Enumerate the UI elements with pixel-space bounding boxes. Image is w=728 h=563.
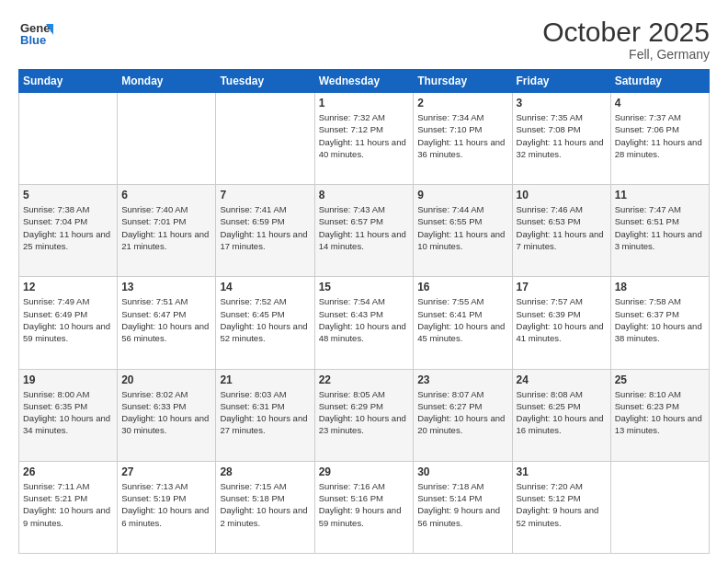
calendar-cell: 17Sunrise: 7:57 AM Sunset: 6:39 PM Dayli… xyxy=(512,277,610,369)
day-info: Sunrise: 7:54 AM Sunset: 6:43 PM Dayligh… xyxy=(319,295,410,344)
calendar-cell: 28Sunrise: 7:15 AM Sunset: 5:18 PM Dayli… xyxy=(216,461,314,553)
calendar-cell: 18Sunrise: 7:58 AM Sunset: 6:37 PM Dayli… xyxy=(610,277,709,369)
calendar-cell: 14Sunrise: 7:52 AM Sunset: 6:45 PM Dayli… xyxy=(216,277,314,369)
logo: General Blue xyxy=(18,17,53,52)
day-number: 26 xyxy=(23,465,113,478)
title-block: October 2025 Fell, Germany xyxy=(542,17,710,62)
day-info: Sunrise: 7:44 AM Sunset: 6:55 PM Dayligh… xyxy=(417,203,507,252)
logo-icon: General Blue xyxy=(18,17,53,52)
calendar-week-row: 5Sunrise: 7:38 AM Sunset: 7:04 PM Daylig… xyxy=(19,185,710,277)
calendar-cell xyxy=(19,93,118,185)
calendar-week-row: 26Sunrise: 7:11 AM Sunset: 5:21 PM Dayli… xyxy=(19,461,710,553)
day-info: Sunrise: 7:55 AM Sunset: 6:41 PM Dayligh… xyxy=(417,295,507,344)
day-number: 1 xyxy=(319,97,410,109)
calendar-cell: 24Sunrise: 8:08 AM Sunset: 6:25 PM Dayli… xyxy=(512,369,610,461)
day-number: 6 xyxy=(121,189,211,201)
day-info: Sunrise: 7:15 AM Sunset: 5:18 PM Dayligh… xyxy=(220,480,310,529)
day-info: Sunrise: 7:43 AM Sunset: 6:57 PM Dayligh… xyxy=(319,203,410,252)
day-number: 12 xyxy=(23,281,113,293)
day-number: 15 xyxy=(319,281,410,293)
calendar-cell: 16Sunrise: 7:55 AM Sunset: 6:41 PM Dayli… xyxy=(414,277,512,369)
calendar-week-row: 12Sunrise: 7:49 AM Sunset: 6:49 PM Dayli… xyxy=(19,277,710,369)
day-number: 7 xyxy=(220,189,310,201)
calendar-week-row: 19Sunrise: 8:00 AM Sunset: 6:35 PM Dayli… xyxy=(19,369,710,461)
calendar-cell: 29Sunrise: 7:16 AM Sunset: 5:16 PM Dayli… xyxy=(314,461,414,553)
day-info: Sunrise: 8:10 AM Sunset: 6:23 PM Dayligh… xyxy=(615,388,705,437)
day-info: Sunrise: 7:37 AM Sunset: 7:06 PM Dayligh… xyxy=(615,111,705,160)
day-number: 24 xyxy=(517,373,607,386)
day-number: 30 xyxy=(417,465,507,478)
calendar-cell: 31Sunrise: 7:20 AM Sunset: 5:12 PM Dayli… xyxy=(512,461,610,553)
day-number: 9 xyxy=(417,189,507,201)
day-number: 22 xyxy=(319,373,410,386)
calendar-cell: 4Sunrise: 7:37 AM Sunset: 7:06 PM Daylig… xyxy=(610,93,709,185)
day-number: 4 xyxy=(615,97,705,109)
day-info: Sunrise: 7:51 AM Sunset: 6:47 PM Dayligh… xyxy=(121,295,211,344)
day-number: 17 xyxy=(517,281,607,293)
day-info: Sunrise: 7:16 AM Sunset: 5:16 PM Dayligh… xyxy=(319,480,410,529)
calendar-cell: 21Sunrise: 8:03 AM Sunset: 6:31 PM Dayli… xyxy=(216,369,314,461)
day-number: 5 xyxy=(23,189,113,201)
day-number: 21 xyxy=(220,373,310,386)
day-number: 27 xyxy=(121,465,211,478)
day-info: Sunrise: 7:46 AM Sunset: 6:53 PM Dayligh… xyxy=(517,203,607,252)
day-info: Sunrise: 7:38 AM Sunset: 7:04 PM Dayligh… xyxy=(23,203,113,252)
day-number: 10 xyxy=(517,189,607,201)
calendar-cell: 30Sunrise: 7:18 AM Sunset: 5:14 PM Dayli… xyxy=(414,461,512,553)
header-tuesday: Tuesday xyxy=(216,70,314,93)
day-info: Sunrise: 7:58 AM Sunset: 6:37 PM Dayligh… xyxy=(615,295,705,344)
day-info: Sunrise: 7:52 AM Sunset: 6:45 PM Dayligh… xyxy=(220,295,310,344)
header-sunday: Sunday xyxy=(19,70,118,93)
header-friday: Friday xyxy=(512,70,610,93)
calendar-cell: 27Sunrise: 7:13 AM Sunset: 5:19 PM Dayli… xyxy=(118,461,216,553)
day-info: Sunrise: 8:07 AM Sunset: 6:27 PM Dayligh… xyxy=(417,388,507,437)
calendar-cell: 6Sunrise: 7:40 AM Sunset: 7:01 PM Daylig… xyxy=(118,185,216,277)
calendar-cell: 10Sunrise: 7:46 AM Sunset: 6:53 PM Dayli… xyxy=(512,185,610,277)
day-number: 31 xyxy=(517,465,607,478)
calendar-cell: 19Sunrise: 8:00 AM Sunset: 6:35 PM Dayli… xyxy=(19,369,118,461)
calendar-cell: 13Sunrise: 7:51 AM Sunset: 6:47 PM Dayli… xyxy=(118,277,216,369)
day-number: 25 xyxy=(615,373,705,386)
day-info: Sunrise: 7:20 AM Sunset: 5:12 PM Dayligh… xyxy=(517,480,607,529)
header: General Blue October 2025 Fell, Germany xyxy=(18,17,710,62)
svg-text:Blue: Blue xyxy=(20,33,46,47)
calendar-cell: 5Sunrise: 7:38 AM Sunset: 7:04 PM Daylig… xyxy=(19,185,118,277)
day-number: 23 xyxy=(417,373,507,386)
day-number: 11 xyxy=(615,189,705,201)
header-thursday: Thursday xyxy=(414,70,512,93)
day-number: 28 xyxy=(220,465,310,478)
day-info: Sunrise: 8:02 AM Sunset: 6:33 PM Dayligh… xyxy=(121,388,211,437)
calendar-cell: 1Sunrise: 7:32 AM Sunset: 7:12 PM Daylig… xyxy=(314,93,414,185)
day-number: 29 xyxy=(319,465,410,478)
day-number: 13 xyxy=(121,281,211,293)
day-number: 2 xyxy=(417,97,507,109)
header-saturday: Saturday xyxy=(610,70,709,93)
day-info: Sunrise: 7:13 AM Sunset: 5:19 PM Dayligh… xyxy=(121,480,211,529)
day-info: Sunrise: 7:32 AM Sunset: 7:12 PM Dayligh… xyxy=(319,111,410,160)
calendar-cell: 23Sunrise: 8:07 AM Sunset: 6:27 PM Dayli… xyxy=(414,369,512,461)
day-info: Sunrise: 7:35 AM Sunset: 7:08 PM Dayligh… xyxy=(517,111,607,160)
calendar-cell: 12Sunrise: 7:49 AM Sunset: 6:49 PM Dayli… xyxy=(19,277,118,369)
calendar-cell xyxy=(118,93,216,185)
calendar-cell: 8Sunrise: 7:43 AM Sunset: 6:57 PM Daylig… xyxy=(314,185,414,277)
calendar-week-row: 1Sunrise: 7:32 AM Sunset: 7:12 PM Daylig… xyxy=(19,93,710,185)
calendar-page: General Blue October 2025 Fell, Germany … xyxy=(0,0,728,563)
calendar-cell xyxy=(216,93,314,185)
day-info: Sunrise: 8:00 AM Sunset: 6:35 PM Dayligh… xyxy=(23,388,113,437)
day-info: Sunrise: 7:49 AM Sunset: 6:49 PM Dayligh… xyxy=(23,295,113,344)
calendar-cell: 9Sunrise: 7:44 AM Sunset: 6:55 PM Daylig… xyxy=(414,185,512,277)
header-wednesday: Wednesday xyxy=(314,70,414,93)
day-info: Sunrise: 7:18 AM Sunset: 5:14 PM Dayligh… xyxy=(417,480,507,529)
day-number: 20 xyxy=(121,373,211,386)
calendar-cell xyxy=(610,461,709,553)
day-info: Sunrise: 7:34 AM Sunset: 7:10 PM Dayligh… xyxy=(417,111,507,160)
calendar-cell: 20Sunrise: 8:02 AM Sunset: 6:33 PM Dayli… xyxy=(118,369,216,461)
day-info: Sunrise: 8:05 AM Sunset: 6:29 PM Dayligh… xyxy=(319,388,410,437)
day-number: 14 xyxy=(220,281,310,293)
calendar-cell: 7Sunrise: 7:41 AM Sunset: 6:59 PM Daylig… xyxy=(216,185,314,277)
day-info: Sunrise: 7:47 AM Sunset: 6:51 PM Dayligh… xyxy=(615,203,705,252)
calendar-cell: 26Sunrise: 7:11 AM Sunset: 5:21 PM Dayli… xyxy=(19,461,118,553)
calendar-cell: 2Sunrise: 7:34 AM Sunset: 7:10 PM Daylig… xyxy=(414,93,512,185)
day-number: 3 xyxy=(517,97,607,109)
day-number: 19 xyxy=(23,373,113,386)
